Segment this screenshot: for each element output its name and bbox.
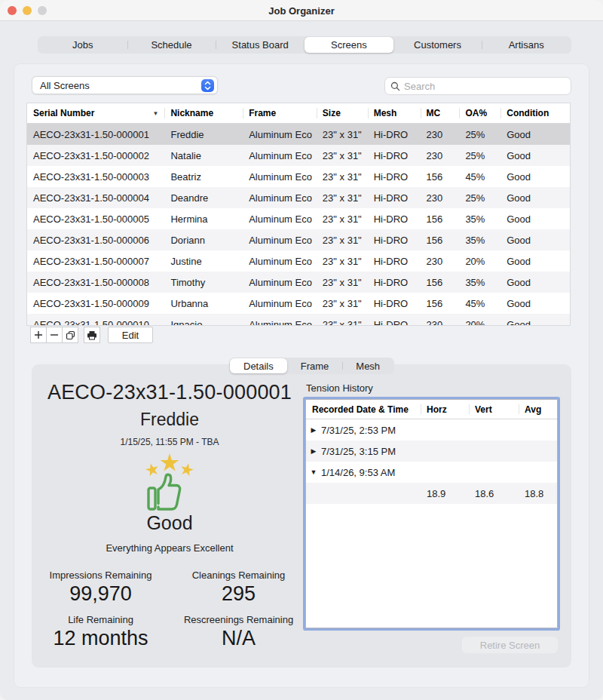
cell-avg: 18.8 (519, 488, 557, 499)
cell-size: 23" x 31" (317, 235, 368, 246)
search-field[interactable] (384, 77, 571, 95)
disclosure-triangle[interactable]: ▶ (306, 426, 321, 434)
cell-serial: AECO-23x31-1.50-000010 (27, 319, 164, 327)
cell-mesh: Hi-DRO (368, 277, 421, 288)
disclosure-triangle[interactable]: ▶ (306, 447, 321, 455)
column-header-nickname[interactable]: Nickname (164, 103, 243, 123)
tab-customers[interactable]: Customers (393, 37, 482, 53)
column-header-label: Nickname (170, 108, 213, 118)
disclosure-triangle[interactable]: ▼ (306, 468, 321, 476)
column-header-label: Frame (249, 108, 276, 118)
cell-frame: Aluminum Eco (243, 256, 317, 267)
table-row[interactable]: AECO-23x31-1.50-000009UrbannaAluminum Ec… (27, 293, 570, 314)
print-button[interactable] (84, 327, 100, 343)
tab-schedule[interactable]: Schedule (127, 37, 216, 53)
table-row[interactable]: AECO-23x31-1.50-000006DoriannAluminum Ec… (27, 229, 570, 250)
tension-table-body: ▶7/31/25, 2:53 PM▶7/31/25, 3:15 PM▼1/14/… (306, 419, 557, 504)
tension-row[interactable]: ▼1/14/26, 9:53 AM (306, 462, 557, 483)
tension-column-header-avg[interactable]: Avg (519, 400, 557, 419)
cell-size: 23" x 31" (317, 150, 368, 161)
cell-mc: 230 (421, 256, 460, 267)
column-header-mesh[interactable]: Mesh (368, 103, 421, 123)
cell-mesh: Hi-DRO (368, 213, 421, 225)
cell-nickname: Hermina (164, 213, 243, 225)
cell-mc: 156 (421, 235, 460, 246)
stat-value: 295 (170, 582, 308, 606)
cell-condition: Good (500, 298, 570, 309)
cell-oa: 20% (459, 319, 500, 327)
tab-screens[interactable]: Screens (305, 37, 393, 53)
cell-oa: 25% (459, 150, 500, 161)
cell-frame: Aluminum Eco (243, 319, 317, 327)
tension-column-header-recorded-date-time[interactable]: Recorded Date & Time (306, 400, 421, 419)
cell-oa: 45% (459, 171, 500, 183)
cell-mesh: Hi-DRO (368, 171, 421, 183)
column-header-oa[interactable]: OA% (459, 103, 500, 123)
cell-mesh: Hi-DRO (368, 235, 421, 246)
cell-frame: Aluminum Eco (243, 277, 317, 288)
cell-mc: 156 (421, 277, 460, 288)
cell-horz: 18.9 (421, 488, 469, 499)
table-row[interactable]: AECO-23x31-1.50-000003BeatrizAluminum Ec… (27, 166, 570, 187)
cell-size: 23" x 31" (317, 298, 368, 309)
table-row[interactable]: AECO-23x31-1.50-000010IgnacioAluminum Ec… (27, 314, 570, 326)
column-header-label: Serial Number (33, 108, 94, 118)
screen-summary: AECO-23x31-1.50-000001 Freddie 1/15/25, … (32, 364, 308, 659)
stat-label: Impressions Remaining (32, 570, 170, 581)
cell-frame: Aluminum Eco (243, 213, 317, 225)
column-header-serial-number[interactable]: Serial Number▼ (27, 103, 164, 123)
screen-filter-popup[interactable]: All Screens (32, 76, 218, 94)
cell-serial: AECO-23x31-1.50-000004 (27, 192, 164, 204)
detail-tab-mesh[interactable]: Mesh (342, 358, 393, 373)
tab-jobs[interactable]: Jobs (38, 37, 127, 53)
cell-frame: Aluminum Eco (243, 298, 317, 309)
cell-condition: Good (500, 129, 570, 140)
cell-serial: AECO-23x31-1.50-000001 (27, 129, 164, 140)
table-row[interactable]: AECO-23x31-1.50-000004DeandreAluminum Ec… (27, 187, 570, 208)
stat-value: 99,970 (32, 582, 170, 606)
duplicate-screen-button[interactable] (62, 327, 78, 343)
cell-serial: AECO-23x31-1.50-000003 (27, 171, 164, 183)
table-row[interactable]: AECO-23x31-1.50-000007JustineAluminum Ec… (27, 250, 570, 272)
column-header-condition[interactable]: Condition (500, 103, 570, 123)
table-row[interactable]: AECO-23x31-1.50-000001FreddieAluminum Ec… (27, 124, 570, 145)
add-screen-button[interactable] (30, 327, 47, 343)
stat-rescreenings-remaining: Rescreenings RemainingN/A (170, 614, 308, 650)
cell-oa: 35% (459, 277, 500, 288)
app-window: Job Organizer JobsScheduleStatus BoardSc… (0, 0, 603, 700)
tension-history-table[interactable]: Recorded Date & TimeHorzVertAvg ▶7/31/25… (305, 399, 558, 628)
column-header-label: OA% (465, 108, 487, 118)
tension-column-header-vert[interactable]: Vert (469, 400, 519, 419)
cell-size: 23" x 31" (317, 256, 368, 267)
tension-row[interactable]: ▶7/31/25, 3:15 PM (306, 441, 557, 462)
remove-screen-button[interactable] (46, 327, 63, 343)
cell-oa: 35% (459, 213, 500, 225)
stat-value: N/A (170, 627, 308, 650)
cell-condition: Good (500, 319, 570, 327)
edit-button[interactable]: Edit (108, 327, 153, 343)
tension-column-header-horz[interactable]: Horz (421, 400, 469, 419)
tab-artisans[interactable]: Artisans (482, 37, 571, 53)
tension-row[interactable]: ▶7/31/25, 2:53 PM (306, 419, 557, 441)
column-header-frame[interactable]: Frame (243, 103, 317, 123)
table-row[interactable]: AECO-23x31-1.50-000002NatalieAluminum Ec… (27, 145, 570, 166)
detail-nickname: Freddie (32, 410, 308, 430)
stat-life-remaining: Life Remaining12 months (32, 614, 170, 650)
detail-serial-number: AECO-23x31-1.50-000001 (32, 381, 308, 404)
column-header-mc[interactable]: MC (421, 103, 460, 123)
table-toolbar: Edit (30, 327, 153, 343)
search-input[interactable] (404, 81, 571, 92)
table-row[interactable]: AECO-23x31-1.50-000005HerminaAluminum Ec… (27, 208, 570, 229)
screens-table: Serial Number▼NicknameFrameSizeMeshMCOA%… (26, 103, 571, 326)
stat-label: Cleanings Remaining (170, 570, 308, 581)
tension-row[interactable]: 18.918.618.8 (306, 483, 557, 504)
tab-status-board[interactable]: Status Board (216, 37, 305, 53)
table-row[interactable]: AECO-23x31-1.50-000008TimothyAluminum Ec… (27, 272, 570, 293)
tension-history-title: Tension History (306, 382, 373, 394)
column-header-label: Condition (507, 108, 549, 118)
column-header-size[interactable]: Size (317, 103, 368, 123)
cell-serial: AECO-23x31-1.50-000009 (27, 298, 164, 309)
cell-nickname: Beatriz (164, 171, 243, 183)
cell-oa: 35% (459, 235, 500, 246)
retire-screen-button[interactable]: Retire Screen (462, 637, 558, 653)
